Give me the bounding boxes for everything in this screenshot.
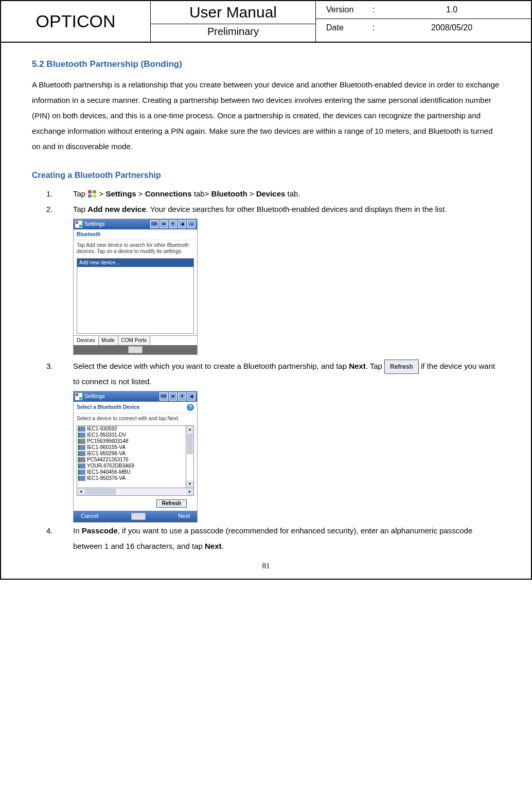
page-number: 81 [32,558,500,573]
list-item[interactable]: YOUR-8762DB3A69 [77,463,186,469]
date-label: Date [326,23,373,32]
next-button[interactable]: Next [171,513,197,519]
input-icon[interactable]: ⌨ [159,392,168,401]
device-icon [78,426,85,432]
keyboard-icon[interactable] [128,346,143,353]
device-list[interactable]: IEC1-930592 IEC1-950331-DV PC15639560314… [77,425,194,496]
tab-devices[interactable]: Devices [74,336,99,345]
colon: : [373,23,383,32]
scroll-right-icon[interactable]: ▸ [186,488,193,495]
cancel-button[interactable]: Cancel [74,513,105,519]
pc-icon [78,439,85,444]
panel-title: Select a Bluetooth Device ? [74,402,197,414]
start-icon[interactable] [75,221,82,228]
refresh-button[interactable]: Refresh [156,499,187,508]
ok-button[interactable]: ok [187,220,196,228]
section-heading: 5.2 Bluetooth Partnership (Bonding) [32,56,500,73]
keyboard-icon[interactable] [131,513,146,520]
doc-subtitle: Preliminary [151,24,315,39]
section-paragraph: A Bluetooth partnership is a relationshi… [32,77,500,154]
panel-title: Bluetooth [74,229,197,240]
tab-mode[interactable]: Mode [99,336,118,345]
device-icon [78,476,85,481]
step-text: Tap [73,189,87,198]
add-new-device-item[interactable]: Add new device... [77,259,193,267]
device-icon [78,470,85,475]
document-header: OPTICON User Manual Preliminary Version … [1,1,531,43]
bluetooth-label: Bluetooth [211,189,247,198]
list-item[interactable]: PC544221263176 [77,457,186,463]
scroll-thumb[interactable] [187,434,193,454]
step-2: 2. Tap Add new device. Your device searc… [32,202,500,358]
title-bar[interactable]: Settings ⌨ ⇄ ▼ ◀ ok [74,219,197,229]
device-list[interactable]: Add new device... [77,258,194,334]
help-text: Select a device to connect with and tap … [74,414,197,424]
version-label: Version [326,5,373,14]
connection-icon[interactable]: ⇄ [159,220,168,228]
pc-icon [78,457,85,462]
connection-icon[interactable]: ⇄ [169,392,177,401]
step-3: 3. Select the device with which you want… [32,358,500,523]
scroll-thumb[interactable] [85,489,116,495]
input-icon[interactable]: ⌨ [150,220,158,228]
volume-icon[interactable]: ◀ [187,392,196,401]
device-icon [78,463,85,469]
refresh-button[interactable]: Refresh [384,360,419,374]
scroll-up-icon[interactable]: ▴ [186,426,193,433]
step-number: 1. [46,186,53,202]
scroll-left-icon[interactable]: ◂ [77,488,84,495]
window-title: Settings [84,393,105,400]
soft-key-bar[interactable]: Cancel Next [74,511,197,522]
brand-logo: OPTICON [1,1,151,42]
version-value: 1.0 [383,5,521,14]
colon: : [373,5,383,14]
screenshot-bluetooth-settings: Settings ⌨ ⇄ ▼ ◀ ok Bluetooth Tap Add ne… [73,219,198,355]
scroll-down-icon[interactable]: ▾ [186,480,193,488]
list-item[interactable]: IEC1-950376-VA [77,475,186,481]
add-new-device-label: Add new device [87,205,146,213]
window-title: Settings [84,221,105,227]
signal-icon[interactable]: ▼ [169,220,177,228]
step-number: 4. [46,523,53,539]
step-4: 4. In Passcode, if you want to use a pas… [32,523,500,554]
list-item[interactable]: IEC1-940456-MBU [77,469,186,475]
screenshot-select-device: Settings ⌨ ⇄ ▼ ◀ Select a Bluetooth Devi… [73,391,198,523]
next-label: Next [205,542,222,550]
doc-title: User Manual [151,1,315,24]
settings-label: Settings [105,189,136,198]
step-1: 1. Tap > Settings > Connections tab> Blu… [32,186,500,202]
vertical-scrollbar[interactable]: ▴ ▾ [186,426,193,488]
list-item[interactable]: IEC1-960155-VA [77,444,186,451]
start-icon[interactable] [75,393,82,400]
devices-label: Devices [256,189,286,198]
help-icon[interactable]: ? [187,404,194,411]
signal-icon[interactable]: ▼ [178,392,186,401]
list-item[interactable]: IEC1-950296-VA [77,451,186,457]
tab-bar[interactable]: Devices Mode COM Ports [74,335,197,345]
start-icon [87,190,97,198]
connections-label: Connections [145,189,192,198]
tab-com-ports[interactable]: COM Ports [118,336,150,345]
list-item[interactable]: IEC1-930592 [77,426,186,432]
device-icon [78,433,85,438]
device-icon [78,451,85,456]
next-label: Next [349,362,366,370]
device-icon [78,445,85,450]
subsection-heading: Creating a Bluetooth Partnership [32,167,500,184]
step-number: 2. [46,202,53,217]
soft-key-bar[interactable] [74,345,197,354]
list-item[interactable]: PC156395603148 [77,438,186,444]
title-bar[interactable]: Settings ⌨ ⇄ ▼ ◀ [74,391,197,402]
step-number: 3. [46,358,53,374]
list-item[interactable]: IEC1-950331-DV [77,432,186,438]
horizontal-scrollbar[interactable]: ◂ ▸ [77,488,193,495]
date-value: 2008/05/20 [383,23,521,32]
volume-icon[interactable]: ◀ [178,220,186,228]
help-text: Tap Add new device to search for other B… [74,240,197,257]
passcode-label: Passcode [82,526,118,535]
